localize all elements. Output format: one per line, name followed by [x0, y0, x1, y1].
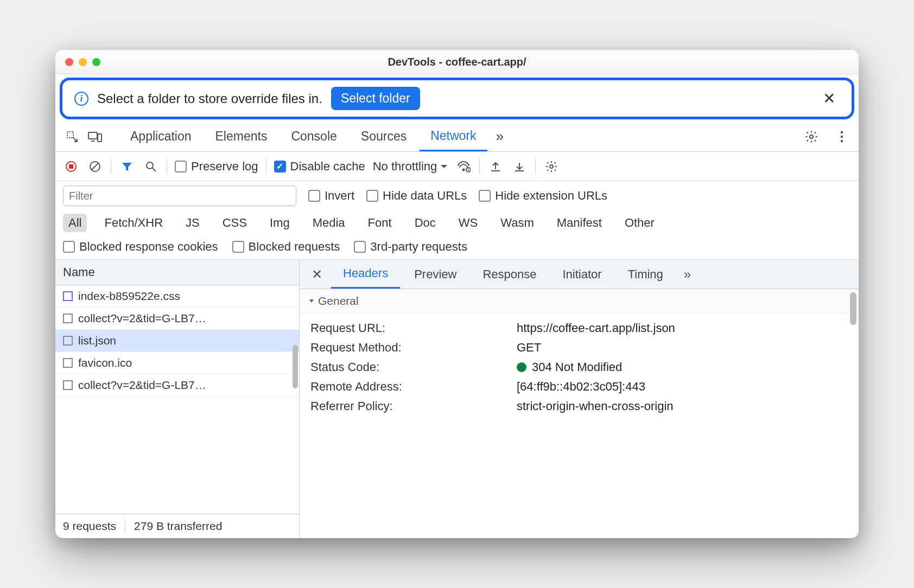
- override-infobar: i Select a folder to store override file…: [60, 78, 854, 119]
- blocked-requests-checkbox[interactable]: Blocked requests: [232, 240, 340, 254]
- window-title: DevTools - coffee-cart.app/: [55, 56, 859, 68]
- throttling-select[interactable]: No throttling: [373, 159, 448, 174]
- clear-icon[interactable]: [87, 158, 103, 175]
- request-list-items: index-b859522e.css collect?v=2&tid=G-LB7…: [55, 285, 299, 514]
- type-manifest[interactable]: Manifest: [551, 214, 607, 232]
- tab-network[interactable]: Network: [420, 122, 487, 151]
- invert-checkbox[interactable]: Invert: [308, 189, 354, 203]
- kv-key: Request Method:: [310, 341, 506, 355]
- resource-type-filters: All Fetch/XHR JS CSS Img Media Font Doc …: [55, 210, 859, 237]
- type-ws[interactable]: WS: [453, 214, 483, 232]
- tab-sources[interactable]: Sources: [350, 122, 417, 151]
- transferred-size: 279 B transferred: [125, 520, 222, 533]
- tab-application[interactable]: Application: [119, 122, 202, 151]
- type-font[interactable]: Font: [363, 214, 397, 232]
- inspect-icon[interactable]: [62, 126, 82, 147]
- kv-value: strict-origin-when-cross-origin: [517, 399, 848, 413]
- third-party-requests-checkbox[interactable]: 3rd-party requests: [354, 240, 467, 254]
- more-tabs-icon[interactable]: »: [490, 128, 510, 145]
- type-js[interactable]: JS: [180, 214, 205, 232]
- more-detail-tabs-icon[interactable]: »: [677, 267, 697, 282]
- type-css[interactable]: CSS: [217, 214, 252, 232]
- preserve-log-checkbox[interactable]: Preserve log: [175, 159, 258, 174]
- request-row[interactable]: collect?v=2&tid=G-LB7…: [55, 308, 299, 330]
- record-icon[interactable]: [63, 158, 79, 175]
- hide-extension-urls-checkbox[interactable]: Hide extension URLs: [479, 189, 607, 203]
- tab-console[interactable]: Console: [280, 122, 347, 151]
- type-all[interactable]: All: [63, 214, 87, 232]
- devtools-window: DevTools - coffee-cart.app/ i Select a f…: [55, 50, 859, 538]
- file-icon: [63, 314, 73, 323]
- type-wasm[interactable]: Wasm: [495, 214, 539, 232]
- network-conditions-icon[interactable]: [455, 158, 472, 175]
- main-tabs: Application Elements Console Sources Net…: [55, 122, 859, 152]
- svg-rect-2: [98, 134, 101, 142]
- general-section-header[interactable]: General: [300, 289, 859, 314]
- detail-tab-preview[interactable]: Preview: [402, 260, 468, 289]
- kebab-menu-icon[interactable]: [832, 126, 852, 147]
- file-icon: [63, 380, 73, 390]
- kv-key: Request URL:: [310, 321, 506, 335]
- filter-input[interactable]: [63, 186, 296, 206]
- svg-rect-1: [88, 132, 97, 139]
- svg-point-11: [463, 169, 465, 170]
- svg-point-5: [841, 135, 843, 138]
- device-toggle-icon[interactable]: [85, 126, 105, 147]
- type-doc[interactable]: Doc: [409, 214, 441, 232]
- network-main: Name index-b859522e.css collect?v=2&tid=…: [55, 260, 859, 538]
- request-detail: ✕ Headers Preview Response Initiator Tim…: [300, 260, 859, 538]
- request-row[interactable]: index-b859522e.css: [55, 285, 299, 308]
- kv-value: https://coffee-cart.app/list.json: [517, 321, 848, 335]
- scrollbar-thumb[interactable]: [293, 345, 298, 388]
- kv-value: 304 Not Modified: [517, 360, 848, 374]
- network-toolbar: Preserve log Disable cache No throttling: [55, 152, 859, 181]
- svg-point-6: [841, 139, 843, 142]
- search-icon[interactable]: [143, 158, 159, 175]
- general-kv: Request URL: https://coffee-cart.app/lis…: [300, 314, 859, 421]
- kv-key: Remote Address:: [310, 380, 506, 394]
- detail-tabs: ✕ Headers Preview Response Initiator Tim…: [300, 260, 859, 289]
- type-media[interactable]: Media: [307, 214, 351, 232]
- type-img[interactable]: Img: [264, 214, 295, 232]
- svg-rect-8: [69, 164, 73, 169]
- request-list: Name index-b859522e.css collect?v=2&tid=…: [55, 260, 300, 538]
- download-har-icon[interactable]: [511, 158, 528, 175]
- tab-elements[interactable]: Elements: [205, 122, 278, 151]
- svg-point-3: [810, 135, 814, 138]
- detail-tab-initiator[interactable]: Initiator: [550, 260, 613, 289]
- request-status-bar: 9 requests 279 B transferred: [55, 514, 299, 538]
- request-list-header[interactable]: Name: [55, 260, 299, 285]
- svg-point-10: [147, 162, 153, 169]
- blocked-filters-row: Blocked response cookies Blocked request…: [55, 237, 859, 260]
- close-detail-icon[interactable]: ✕: [305, 267, 329, 282]
- file-icon: [63, 336, 73, 346]
- request-row[interactable]: favicon.ico: [55, 352, 299, 374]
- scrollbar-thumb[interactable]: [850, 292, 856, 325]
- upload-har-icon[interactable]: [487, 158, 504, 175]
- status-dot-icon: [517, 362, 526, 372]
- blocked-response-cookies-checkbox[interactable]: Blocked response cookies: [63, 240, 218, 254]
- network-settings-icon[interactable]: [543, 158, 560, 175]
- request-row[interactable]: list.json: [55, 330, 299, 352]
- type-fetch[interactable]: Fetch/XHR: [99, 214, 168, 232]
- request-count: 9 requests: [63, 520, 116, 533]
- disable-cache-checkbox[interactable]: Disable cache: [274, 159, 365, 174]
- hide-data-urls-checkbox[interactable]: Hide data URLs: [366, 189, 467, 203]
- settings-icon[interactable]: [801, 126, 822, 147]
- detail-tab-timing[interactable]: Timing: [616, 260, 675, 289]
- request-row[interactable]: collect?v=2&tid=G-LB7…: [55, 374, 299, 397]
- minimize-window-icon[interactable]: [79, 58, 87, 66]
- close-infobar-icon[interactable]: ✕: [818, 90, 840, 107]
- svg-point-4: [841, 131, 843, 133]
- detail-tab-headers[interactable]: Headers: [331, 260, 400, 289]
- detail-tab-response[interactable]: Response: [471, 260, 548, 289]
- kv-key: Referrer Policy:: [310, 399, 506, 413]
- type-other[interactable]: Other: [619, 214, 660, 232]
- close-window-icon[interactable]: [65, 58, 73, 66]
- svg-point-13: [550, 165, 553, 168]
- zoom-window-icon[interactable]: [92, 58, 100, 66]
- select-folder-button[interactable]: Select folder: [331, 87, 420, 110]
- window-controls: [65, 58, 100, 66]
- kv-value: GET: [517, 341, 848, 355]
- filter-icon[interactable]: [119, 158, 135, 175]
